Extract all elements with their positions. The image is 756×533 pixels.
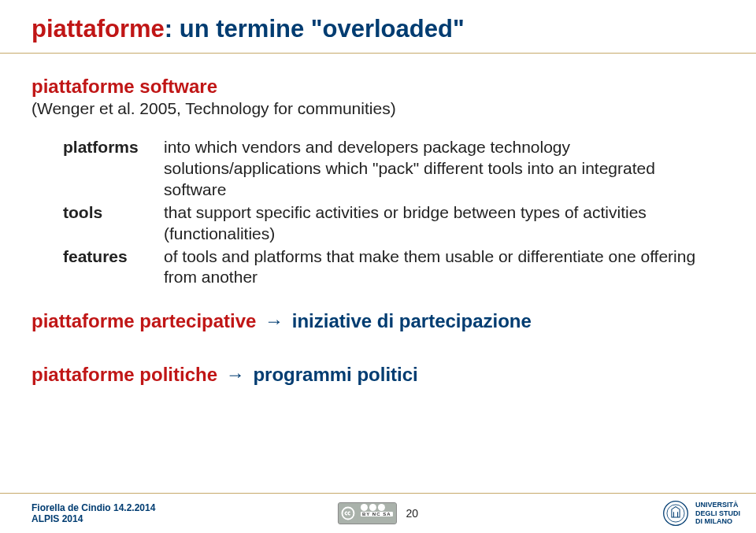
definition-row: platforms into which vendors and develop… [63,137,717,201]
definition-desc: of tools and platforms that make them us… [164,246,717,289]
svg-point-2 [667,505,684,522]
section-software-citation: (Wenger et al. 2005, Technology for comm… [32,99,724,118]
uni-line-3: DI MILANO [695,517,740,525]
arrow-icon: → [265,310,284,331]
footer-university: UNIVERSITÀ DEGLI STUDI DI MILANO [662,500,740,527]
cc-by-icon [361,504,368,511]
cc-label-text: BY NC SA [361,512,393,516]
footer-event: ALPIS 2014 [32,513,155,524]
footer-center: BY NC SA 20 [338,502,418,524]
arrow-icon: → [226,364,245,385]
participative-right: iniziative di partecipazione [292,310,532,331]
footer-author-block: Fiorella de Cindio 14.2.2014 ALPIS 2014 [32,502,155,525]
cc-icons-row [361,504,393,511]
participative-line: piattaforme partecipative → iniziative d… [32,310,724,332]
slide-footer: Fiorella de Cindio 14.2.2014 ALPIS 2014 … [0,493,756,533]
cc-license-badge: BY NC SA [338,502,397,524]
title-rest: : un termine "overloaded" [165,15,465,43]
definitions-block: platforms into which vendors and develop… [63,137,717,288]
section-software-heading: piattaforme software [32,76,724,98]
university-name: UNIVERSITÀ DEGLI STUDI DI MILANO [695,501,740,525]
political-left: piattaforme politiche [32,364,217,385]
title-underline [0,53,756,54]
title-keyword: piattaforme [32,15,165,43]
cc-logo-icon [339,503,358,524]
cc-nc-icon [369,504,376,511]
footer-author: Fiorella de Cindio 14.2.2014 [32,502,155,513]
slide-title: piattaforme: un termine "overloaded" [32,14,724,43]
university-seal-icon [662,500,689,527]
definition-term: tools [63,202,164,245]
participative-left: piattaforme partecipative [32,310,256,331]
uni-line-2: DEGLI STUDI [695,509,740,517]
cc-right-block: BY NC SA [358,503,396,524]
page-number: 20 [406,507,418,520]
definition-term: features [63,246,164,289]
uni-line-1: UNIVERSITÀ [695,501,740,509]
definition-row: tools that support specific activities o… [63,202,717,245]
definition-desc: into which vendors and developers packag… [164,137,717,201]
cc-sa-icon [378,504,385,511]
definition-term: platforms [63,137,164,201]
definition-row: features of tools and platforms that mak… [63,246,717,289]
political-line: piattaforme politiche → programmi politi… [32,364,724,386]
definition-desc: that support specific activities or brid… [164,202,717,245]
political-right: programmi politici [253,364,417,385]
